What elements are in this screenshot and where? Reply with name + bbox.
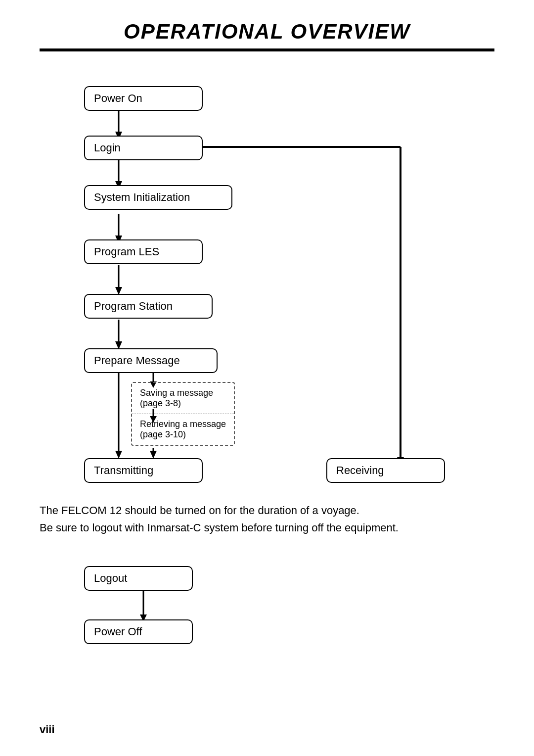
title-underline xyxy=(40,48,494,51)
box-power-on: Power On xyxy=(84,86,203,111)
box-saving: Saving a message (page 3-8) xyxy=(132,383,234,414)
box-power-off: Power Off xyxy=(84,619,193,644)
box-program-station: Program Station xyxy=(84,294,213,319)
box-login: Login xyxy=(84,136,203,160)
page: OPERATIONAL OVERVIEW xyxy=(0,0,534,756)
page-title: OPERATIONAL OVERVIEW xyxy=(40,20,494,44)
page-number: viii xyxy=(40,723,55,736)
description-block: The FELCOM 12 should be turned on for th… xyxy=(40,502,494,536)
description-line1: The FELCOM 12 should be turned on for th… xyxy=(40,502,494,519)
box-prepare-message: Prepare Message xyxy=(84,348,218,373)
svg-marker-17 xyxy=(150,451,157,459)
box-program-les: Program LES xyxy=(84,239,203,264)
box-receiving: Receiving xyxy=(326,458,445,483)
box-transmitting: Transmitting xyxy=(84,458,203,483)
box-retrieving: Retrieving a message (page 3-10) xyxy=(132,414,234,445)
description-line2: Be sure to logout with Inmarsat-C system… xyxy=(40,519,494,536)
svg-marker-15 xyxy=(115,451,122,459)
box-logout: Logout xyxy=(84,566,193,591)
box-system-init: System Initialization xyxy=(84,185,232,210)
main-flowchart: Power On Login System Initialization Pro… xyxy=(40,76,494,482)
bottom-flowchart: Logout Power Off xyxy=(79,561,277,660)
